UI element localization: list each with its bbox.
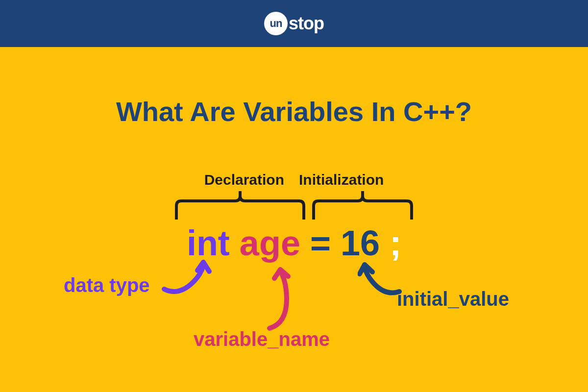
bracket-row [0, 191, 588, 220]
bracket-declaration-icon [174, 191, 306, 220]
header-bar: un stop [0, 0, 588, 47]
brand-logo: un stop [264, 12, 324, 35]
token-semicolon: ; [390, 223, 401, 263]
token-equals: = [310, 223, 331, 263]
token-int: int [187, 223, 230, 263]
arrow-variable-name-icon [260, 265, 304, 333]
brand-logo-circle: un [264, 12, 288, 35]
top-bracket-labels: Declaration Initialization [0, 172, 588, 188]
code-line: int age = 16 ; [0, 223, 588, 263]
bracket-initialization-icon [311, 191, 414, 220]
brand-logo-text: stop [289, 13, 324, 34]
page-title: What Are Variables In C++? [0, 96, 588, 127]
token-value: 16 [341, 223, 380, 263]
arrow-initial-value-icon [358, 262, 407, 301]
label-declaration: Declaration [204, 172, 284, 188]
arrow-data-type-icon [159, 260, 213, 299]
token-age: age [240, 223, 300, 263]
label-initialization: Initialization [299, 172, 384, 188]
callout-data-type: data type [64, 274, 150, 296]
diagram-page: un stop What Are Variables In C++? Decla… [0, 0, 588, 392]
callout-initial-value: initial_value [397, 288, 509, 310]
